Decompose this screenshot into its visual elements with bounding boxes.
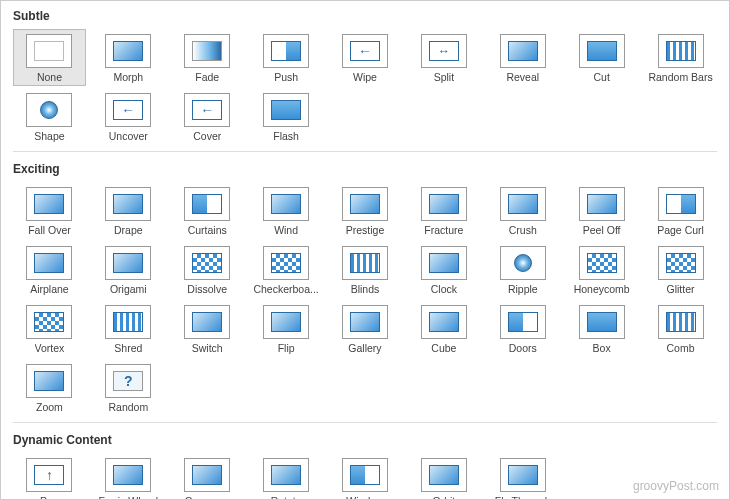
transition-item[interactable]: Page Curl bbox=[644, 182, 717, 239]
transition-label: Split bbox=[434, 71, 454, 83]
generic-icon bbox=[500, 187, 546, 221]
transition-item[interactable]: ←Uncover bbox=[92, 88, 165, 145]
transition-item[interactable]: Gallery bbox=[329, 300, 402, 357]
transition-item[interactable]: Shred bbox=[92, 300, 165, 357]
transition-label: Fly Through bbox=[495, 495, 551, 500]
transition-item[interactable]: Curtains bbox=[171, 182, 244, 239]
transition-item[interactable]: Blinds bbox=[329, 241, 402, 298]
transition-item[interactable]: Vortex bbox=[13, 300, 86, 357]
transition-label: Comb bbox=[667, 342, 695, 354]
transition-label: None bbox=[37, 71, 62, 83]
generic-icon bbox=[105, 246, 151, 280]
transition-item[interactable]: Crush bbox=[486, 182, 559, 239]
transition-item[interactable]: Comb bbox=[644, 300, 717, 357]
transition-item[interactable]: Prestige bbox=[329, 182, 402, 239]
transition-item[interactable]: Drape bbox=[92, 182, 165, 239]
rect-icon bbox=[579, 34, 625, 68]
transition-item[interactable]: Push bbox=[250, 29, 323, 86]
transition-item[interactable]: Reveal bbox=[486, 29, 559, 86]
transition-item[interactable]: Zoom bbox=[13, 359, 86, 416]
transition-item[interactable]: Cut bbox=[565, 29, 638, 86]
transition-label: Window bbox=[346, 495, 383, 500]
pattern-icon bbox=[658, 246, 704, 280]
half-right-icon bbox=[658, 187, 704, 221]
generic-icon bbox=[579, 187, 625, 221]
transition-label: Blinds bbox=[351, 283, 380, 295]
half-icon bbox=[342, 458, 388, 492]
transition-item[interactable]: ↔Split bbox=[407, 29, 480, 86]
transition-label: Random bbox=[108, 401, 148, 413]
transition-item[interactable]: Fade bbox=[171, 29, 244, 86]
transition-item[interactable]: Ripple bbox=[486, 241, 559, 298]
generic-icon bbox=[421, 305, 467, 339]
transition-label: Switch bbox=[192, 342, 223, 354]
transition-item[interactable]: ↑Pan bbox=[13, 453, 86, 500]
circle-icon bbox=[26, 93, 72, 127]
transition-item[interactable]: Window bbox=[329, 453, 402, 500]
arrow-up-icon: ↑ bbox=[26, 458, 72, 492]
transition-item[interactable]: ←Wipe bbox=[329, 29, 402, 86]
transition-item[interactable]: Peel Off bbox=[565, 182, 638, 239]
transition-label: Page Curl bbox=[657, 224, 704, 236]
transition-label: Fade bbox=[195, 71, 219, 83]
transition-item[interactable]: Ferris Wheel bbox=[92, 453, 165, 500]
transition-item[interactable]: Glitter bbox=[644, 241, 717, 298]
transition-label: Prestige bbox=[346, 224, 385, 236]
transition-label: Origami bbox=[110, 283, 147, 295]
transition-label: Rotate bbox=[271, 495, 302, 500]
transition-label: Fracture bbox=[424, 224, 463, 236]
generic-icon bbox=[421, 458, 467, 492]
transition-item[interactable]: ?Random bbox=[92, 359, 165, 416]
transition-item[interactable]: Switch bbox=[171, 300, 244, 357]
transition-label: Shape bbox=[34, 130, 64, 142]
transition-label: Uncover bbox=[109, 130, 148, 142]
transition-label: Clock bbox=[431, 283, 457, 295]
circle-icon bbox=[500, 246, 546, 280]
transition-item[interactable]: Fly Through bbox=[486, 453, 559, 500]
generic-icon bbox=[184, 458, 230, 492]
transition-label: Flash bbox=[273, 130, 299, 142]
transition-label: Cover bbox=[193, 130, 221, 142]
transition-item[interactable]: Checkerboa... bbox=[250, 241, 323, 298]
bars-icon bbox=[658, 305, 704, 339]
arrow-l-icon: ← bbox=[342, 34, 388, 68]
transition-item[interactable]: ←Cover bbox=[171, 88, 244, 145]
transition-item[interactable]: Rotate bbox=[250, 453, 323, 500]
transition-item[interactable]: Cube bbox=[407, 300, 480, 357]
transition-item[interactable]: Fall Over bbox=[13, 182, 86, 239]
transition-item[interactable]: Random Bars bbox=[644, 29, 717, 86]
transition-item[interactable]: Doors bbox=[486, 300, 559, 357]
generic-icon bbox=[500, 458, 546, 492]
transition-item[interactable]: Shape bbox=[13, 88, 86, 145]
generic-icon bbox=[263, 305, 309, 339]
transition-label: Reveal bbox=[506, 71, 539, 83]
transition-item[interactable]: Origami bbox=[92, 241, 165, 298]
transition-label: Ferris Wheel bbox=[99, 495, 159, 500]
transition-item[interactable]: Flash bbox=[250, 88, 323, 145]
pattern-icon bbox=[263, 246, 309, 280]
transition-item[interactable]: Box bbox=[565, 300, 638, 357]
transition-item[interactable]: Airplane bbox=[13, 241, 86, 298]
transition-item[interactable]: Dissolve bbox=[171, 241, 244, 298]
transition-item[interactable]: Clock bbox=[407, 241, 480, 298]
transition-item[interactable]: Flip bbox=[250, 300, 323, 357]
transition-item[interactable]: None bbox=[13, 29, 86, 86]
transition-item[interactable]: Morph bbox=[92, 29, 165, 86]
generic-icon bbox=[26, 364, 72, 398]
generic-icon bbox=[342, 187, 388, 221]
question-icon: ? bbox=[105, 364, 151, 398]
transition-item[interactable]: Honeycomb bbox=[565, 241, 638, 298]
transition-label: Wind bbox=[274, 224, 298, 236]
transition-item[interactable]: Conveyor bbox=[171, 453, 244, 500]
transition-item[interactable]: Orbit bbox=[407, 453, 480, 500]
transition-label: Dissolve bbox=[187, 283, 227, 295]
generic-icon bbox=[263, 458, 309, 492]
transition-item[interactable]: Fracture bbox=[407, 182, 480, 239]
generic-icon bbox=[184, 305, 230, 339]
transition-label: Honeycomb bbox=[574, 283, 630, 295]
section-exciting: ExcitingFall OverDrapeCurtainsWindPresti… bbox=[1, 154, 729, 420]
transition-label: Zoom bbox=[36, 401, 63, 413]
transition-item[interactable]: Wind bbox=[250, 182, 323, 239]
transition-label: Cube bbox=[431, 342, 456, 354]
transition-label: Random Bars bbox=[648, 71, 712, 83]
